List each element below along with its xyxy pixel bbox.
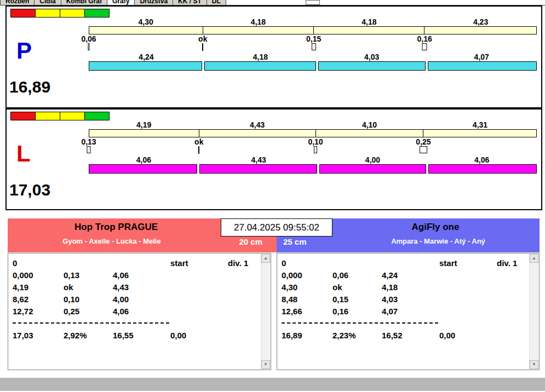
exchange-tick	[314, 146, 317, 153]
bar-segment	[423, 130, 536, 137]
tab-cidla[interactable]: Čidla	[34, 0, 60, 5]
bar-segment	[424, 27, 536, 34]
team-result-table-left: 0 start div. 1 0,000 0,13 4,06 4,19 ok 4…	[8, 253, 271, 370]
tab-grafy[interactable]: Grafy	[107, 0, 134, 5]
lane-letter: P	[16, 39, 32, 62]
exchange-labels: 0,06 ok 0,15 0,16	[89, 34, 537, 43]
split-label: 4,31	[423, 120, 537, 129]
exchange-label: 0,10	[308, 137, 323, 146]
cum-time: 0,000	[282, 270, 332, 280]
status-indicator-yellow-2	[60, 9, 85, 18]
exchange-value: 0,10	[64, 295, 113, 304]
bar-segment	[313, 27, 424, 34]
scroll-down-icon[interactable]: ▼	[530, 360, 538, 369]
status-indicators	[11, 112, 110, 120]
bar-segment	[315, 130, 423, 137]
split-label: 4,23	[424, 18, 537, 26]
team-category: 20 cm	[239, 237, 262, 246]
separator-line	[282, 322, 438, 324]
lane-bar	[89, 164, 537, 174]
lane-letter: L	[16, 142, 31, 165]
exchange-value: 0,13	[64, 270, 113, 280]
tab-rozbeh[interactable]: Rozběh	[0, 0, 34, 5]
tab-druzstva[interactable]: Družstva	[134, 0, 173, 5]
penalty: 0,00	[170, 331, 228, 340]
exchange-tick	[422, 43, 427, 50]
status-indicator-yellow-1	[35, 9, 60, 18]
tab-kombi-graf[interactable]: Kombi Graf	[61, 0, 107, 5]
split-label: 4,07	[426, 53, 537, 61]
exchange-tick	[198, 146, 199, 154]
team-name: Hop Trop PRAGUE	[74, 222, 158, 233]
exchange-ticks	[89, 146, 537, 155]
team-headers: Hop Trop PRAGUE Gyom - Axelle - Lucka - …	[8, 218, 540, 252]
split-label: 4,19	[89, 120, 199, 129]
split-label: 4,10	[315, 120, 423, 129]
run-number: 0	[13, 258, 64, 268]
total-percent: 2,23%	[332, 331, 382, 340]
exchange-value: ok	[332, 283, 382, 292]
status-indicator-green	[84, 9, 110, 18]
exchange-label: 0,16	[417, 34, 432, 43]
split-time: 4,07	[382, 307, 439, 316]
exchange-value: 0,15	[332, 295, 382, 304]
bar-segment	[89, 164, 197, 174]
opponent-split-labels: 4,19 4,43 4,10 4,31	[89, 120, 537, 129]
cum-time: 4,30	[282, 283, 332, 292]
table-row: 12,66 0,16 4,07	[282, 305, 526, 317]
tab-kk-st[interactable]: KK / ST	[173, 0, 206, 5]
lane-total-time: 17,03	[9, 181, 50, 199]
team-members: Gyom - Axelle - Lucka - Melie	[8, 237, 216, 245]
split-label: 4,24	[89, 53, 204, 61]
table-row: 0,000 0,06 4,24	[282, 269, 526, 281]
totals-row: 17,03 2,92% 16,55 0,00	[13, 329, 257, 341]
bar-segment	[204, 61, 316, 71]
cum-time: 8,48	[282, 295, 332, 304]
exchange-value: 0,06	[332, 270, 382, 280]
lane-panel-p: 4,30 4,18 4,18 4,23 0,06 ok 0,15 0,16	[5, 5, 542, 108]
bar-segment	[428, 61, 537, 71]
split-label: 4,18	[203, 18, 313, 26]
scroll-down-icon[interactable]: ▼	[261, 360, 270, 369]
cum-time: 8,62	[13, 295, 64, 304]
split-graph: 4,19 4,43 4,10 4,31 0,13 ok 0,10 0,25	[89, 120, 537, 174]
separator-line	[13, 322, 169, 324]
lane-bar	[89, 61, 537, 71]
cum-time: 12,72	[13, 307, 64, 316]
table-scrollbar[interactable]: ▲ ▼	[261, 254, 270, 369]
division-label: div. 1	[228, 258, 257, 268]
table-row: 4,30 ok 4,18	[282, 281, 526, 293]
split-label: 4,43	[199, 120, 315, 129]
table-row: 8,48 0,15 4,03	[282, 293, 526, 305]
exchange-label: ok	[198, 34, 207, 43]
timestamp-text: 27.04.2025 09:55:02	[234, 222, 319, 233]
status-indicator-red	[10, 112, 36, 120]
scroll-up-icon[interactable]: ▲	[261, 254, 270, 263]
total-percent: 2,92%	[64, 331, 113, 340]
split-time: 4,00	[113, 295, 170, 304]
table-row: 0,000 0,13 4,06	[13, 269, 257, 281]
tab-dl[interactable]: DL	[206, 0, 226, 5]
exchange-tick	[312, 43, 316, 50]
bar-segment	[89, 61, 202, 71]
start-label: start	[170, 258, 228, 268]
opponent-split-labels: 4,30 4,18 4,18 4,23	[89, 18, 537, 26]
totals-row: 16,89 2,23% 16,52 0,00	[282, 329, 526, 341]
net-time: 16,52	[382, 331, 439, 340]
table-row: 8,62 0,10 4,00	[13, 293, 257, 305]
lane-total-time: 16,89	[9, 78, 50, 96]
cum-time: 12,66	[282, 307, 332, 316]
status-indicator-yellow-1	[35, 112, 60, 120]
exchange-label: 0,25	[416, 137, 431, 146]
timestamp: 27.04.2025 09:55:02	[221, 218, 332, 237]
lane-split-labels: 4,24 4,18 4,03 4,07	[89, 53, 537, 61]
tab-strip-control[interactable]	[306, 0, 320, 5]
result-tables: 0 start div. 1 0,000 0,13 4,06 4,19 ok 4…	[8, 253, 540, 370]
net-time: 16,55	[113, 331, 170, 340]
bar-segment	[199, 164, 318, 174]
table-scrollbar[interactable]: ▲ ▼	[529, 254, 538, 369]
scroll-up-icon[interactable]: ▲	[530, 254, 538, 263]
split-label: 4,18	[314, 18, 424, 26]
division-label: div. 1	[497, 258, 526, 268]
cum-time: 0,000	[13, 270, 64, 280]
